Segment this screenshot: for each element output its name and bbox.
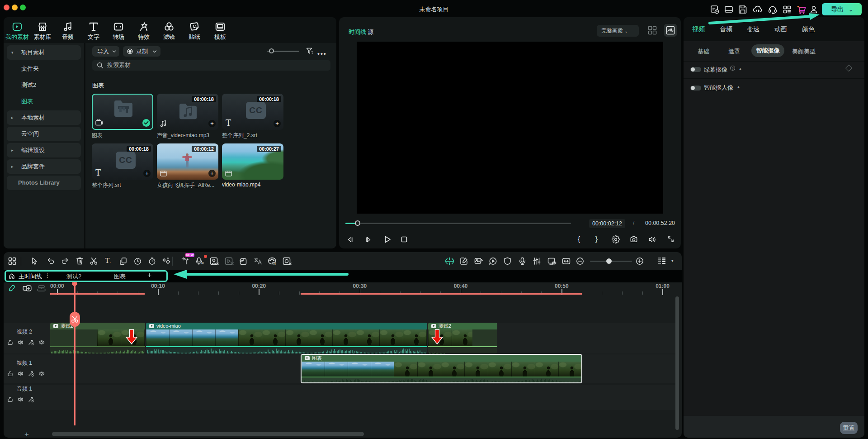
svg-text:AI: AI [273, 262, 276, 265]
svg-text:AI: AI [201, 262, 204, 265]
